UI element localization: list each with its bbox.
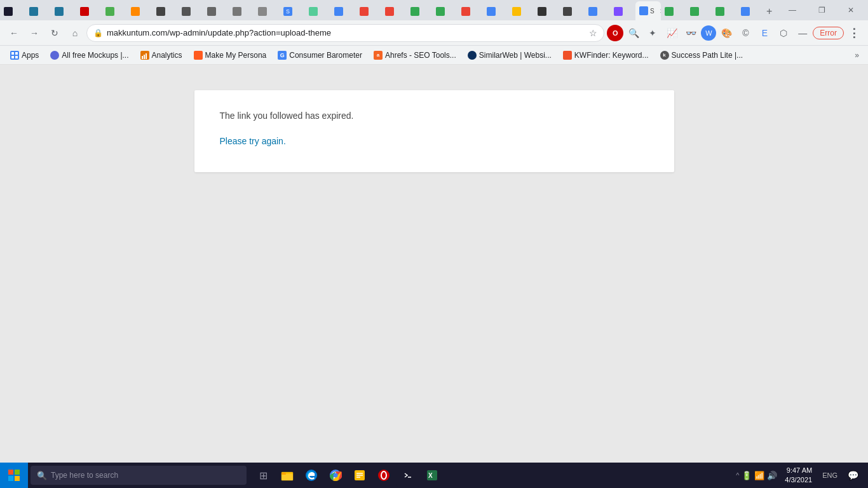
address-text: makkuntum.com/wp-admin/update.php?action…	[107, 28, 585, 37]
tab-30[interactable]	[737, 3, 763, 20]
bookmarks-more-button[interactable]: »	[851, 50, 863, 61]
home-button[interactable]: ⌂	[66, 24, 84, 42]
tab-22[interactable]	[534, 3, 559, 20]
system-tray: ^ 🔋 📶 🔊	[736, 471, 777, 480]
tab-27[interactable]	[661, 3, 686, 20]
chart-icon[interactable]: 📈	[663, 24, 681, 42]
file-explorer-button[interactable]	[276, 464, 299, 487]
tab-21[interactable]	[508, 3, 534, 20]
ext2-icon[interactable]: ⬡	[775, 24, 792, 42]
tab-24[interactable]	[585, 3, 610, 20]
svg-rect-12	[281, 474, 293, 480]
tab-11[interactable]	[254, 3, 280, 20]
new-tab-button[interactable]: +	[763, 3, 778, 20]
taskbar-right: ^ 🔋 📶 🔊 9:47 AM 4/3/2021 ENG 💬	[736, 463, 868, 488]
forward-button[interactable]: →	[25, 24, 43, 42]
search-nav-icon[interactable]: 🔍	[625, 24, 642, 42]
bookmark-ahrefs[interactable]: a Ahrefs - SEO Tools...	[369, 48, 461, 63]
bookmark-analytics-label: Analytics	[152, 51, 182, 60]
star-icon[interactable]: ☆	[589, 28, 597, 38]
tab-10[interactable]	[229, 3, 254, 20]
bookmark-kwfinder[interactable]: KWFinder: Keyword...	[558, 48, 654, 63]
taskbar-clock[interactable]: 9:47 AM 4/3/2021	[780, 466, 817, 485]
svg-rect-5	[144, 55, 145, 59]
terminal-button[interactable]	[397, 464, 419, 487]
bookmark-mockups-label: All free Mockups |...	[62, 51, 128, 60]
bookmark-analytics[interactable]: Analytics	[135, 48, 187, 63]
tab-6[interactable]	[127, 3, 153, 20]
svg-rect-3	[15, 56, 18, 58]
menu-dots-icon[interactable]: ⋮	[845, 24, 863, 42]
tab-15[interactable]	[356, 3, 381, 20]
vr-icon[interactable]: 👓	[682, 24, 700, 42]
sticky-notes-button[interactable]	[348, 464, 371, 487]
tab-25[interactable]	[610, 3, 635, 20]
tab-28[interactable]	[686, 3, 712, 20]
bookmark-similarweb[interactable]: SimilarWeb | Websi...	[463, 48, 557, 63]
bookmark-consumer[interactable]: G Consumer Barometer	[273, 48, 367, 63]
tab-active[interactable]: S ✕	[635, 1, 661, 20]
address-bar[interactable]: 🔒 makkuntum.com/wp-admin/update.php?acti…	[86, 24, 604, 42]
tab-2[interactable]	[25, 3, 51, 20]
notification-button[interactable]: 💬	[843, 463, 863, 488]
tray-volume-icon[interactable]: 🔊	[767, 471, 777, 480]
navigation-bar: ← → ↻ ⌂ 🔒 makkuntum.com/wp-admin/update.…	[0, 20, 868, 46]
lock-icon: 🔒	[93, 29, 103, 37]
tab-23[interactable]	[559, 3, 585, 20]
svg-text:X: X	[428, 472, 433, 479]
opera-taskbar-button[interactable]	[372, 464, 395, 487]
bookmarks-bar: Apps All free Mockups |... Analytics Mak…	[0, 46, 868, 65]
error-button[interactable]: Error	[813, 27, 844, 39]
edge-button[interactable]	[300, 464, 323, 487]
bookmark-persona[interactable]: Make My Persona	[189, 48, 272, 63]
chrome-button[interactable]	[324, 464, 347, 487]
main-content: The link you followed has expired. Pleas…	[0, 65, 868, 463]
reload-button[interactable]: ↻	[46, 24, 64, 42]
color-icon[interactable]: 🎨	[717, 24, 735, 42]
tab-16[interactable]	[381, 3, 407, 20]
bookmark-persona-label: Make My Persona	[205, 51, 267, 60]
back-button[interactable]: ←	[5, 24, 23, 42]
bookmark-apps[interactable]: Apps	[5, 48, 44, 63]
taskbar-search[interactable]: 🔍 Type here to search	[31, 466, 247, 485]
tab-18[interactable]	[432, 3, 458, 20]
tab-17[interactable]	[407, 3, 432, 20]
bookmark-consumer-label: Consumer Barometer	[289, 51, 362, 60]
excel-button[interactable]: X	[421, 464, 444, 487]
tab-29[interactable]	[712, 3, 737, 20]
ext3-icon[interactable]: —	[794, 24, 811, 42]
bookmark-successpath[interactable]: k Success Path Lite |...	[655, 48, 749, 63]
start-button[interactable]	[0, 463, 28, 488]
svg-rect-1	[15, 52, 18, 55]
maximize-button[interactable]: ❐	[807, 0, 836, 20]
c-icon[interactable]: ©	[736, 24, 754, 42]
sparkle-icon[interactable]: ✦	[644, 24, 661, 42]
tray-battery-icon: 🔋	[742, 471, 752, 480]
tray-network-icon: 📶	[754, 471, 764, 480]
tab-1[interactable]	[0, 3, 25, 20]
tab-9[interactable]	[203, 3, 229, 20]
opera-icon[interactable]: O	[607, 25, 623, 41]
wallet-icon[interactable]: W	[701, 25, 716, 41]
tab-14[interactable]	[330, 3, 356, 20]
minimize-button[interactable]: —	[778, 0, 807, 20]
close-button[interactable]: ✕	[836, 0, 865, 20]
tab-13[interactable]	[305, 3, 330, 20]
ext1-icon[interactable]: E	[756, 24, 773, 42]
tray-chevron-icon[interactable]: ^	[736, 471, 739, 479]
bookmark-similarweb-label: SimilarWeb | Websi...	[479, 51, 552, 60]
tabs-container: S S ✕ +	[0, 0, 778, 20]
task-view-button[interactable]: ⊞	[252, 464, 275, 487]
try-again-link[interactable]: Please try again.	[220, 136, 286, 146]
tab-19[interactable]	[458, 3, 483, 20]
tab-5[interactable]	[102, 3, 127, 20]
bookmark-mockups[interactable]: All free Mockups |...	[45, 48, 133, 63]
tab-8[interactable]	[178, 3, 203, 20]
tab-7[interactable]	[153, 3, 178, 20]
taskbar-items: ⊞	[252, 464, 736, 487]
tab-4[interactable]	[76, 3, 102, 20]
tab-3[interactable]	[51, 3, 76, 20]
tab-12[interactable]: S	[280, 3, 305, 20]
tab-20[interactable]	[483, 3, 508, 20]
taskbar: 🔍 Type here to search ⊞	[0, 463, 868, 488]
